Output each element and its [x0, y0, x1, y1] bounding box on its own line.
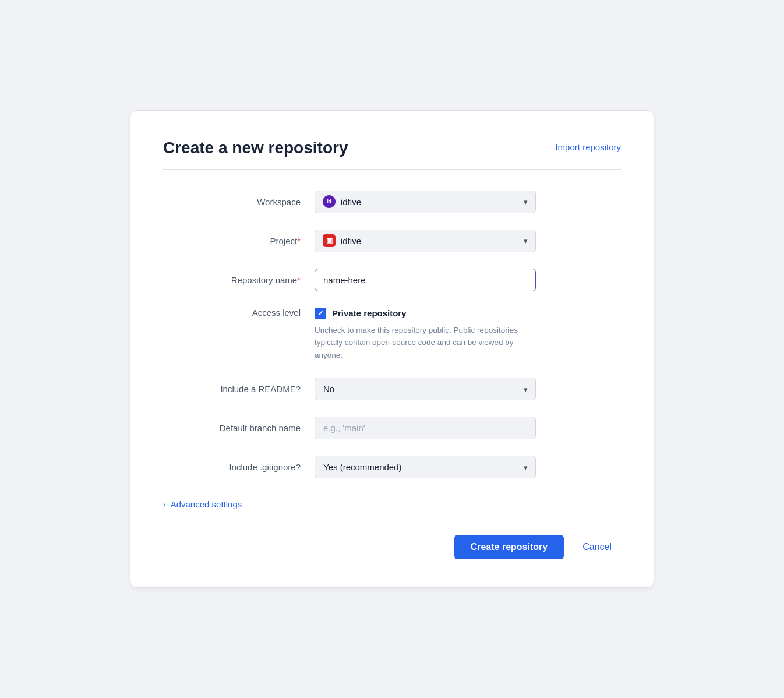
workspace-select-wrapper: id idfive ▾	[315, 191, 536, 213]
default-branch-row: Default branch name	[163, 417, 621, 439]
advanced-settings-link[interactable]: Advanced settings	[171, 499, 242, 509]
default-branch-label: Default branch name	[163, 423, 315, 433]
repo-name-row: Repository name*	[163, 269, 621, 291]
workspace-select[interactable]: idfive	[315, 191, 536, 213]
advanced-settings-chevron-icon: ›	[163, 500, 166, 509]
checkmark-icon: ✓	[317, 309, 324, 318]
include-gitignore-select[interactable]: Yes (recommended) No	[315, 456, 536, 478]
default-branch-control	[315, 417, 621, 439]
project-required-star: *	[297, 236, 301, 246]
include-gitignore-row: Include .gitignore? Yes (recommended) No…	[163, 456, 621, 478]
repo-name-label: Repository name*	[163, 275, 315, 285]
include-readme-select-wrapper: No Yes ▾	[315, 378, 536, 400]
private-repo-checkbox[interactable]: ✓	[315, 308, 326, 319]
workspace-label: Workspace	[163, 197, 315, 207]
cancel-button[interactable]: Cancel	[573, 535, 621, 559]
project-select-wrapper: ▣ idfive ▾	[315, 230, 536, 252]
import-repository-link[interactable]: Import repository	[555, 139, 621, 152]
workspace-control: id idfive ▾	[315, 191, 621, 213]
include-gitignore-select-wrapper: Yes (recommended) No ▾	[315, 456, 536, 478]
page-title: Create a new repository	[163, 139, 348, 157]
access-level-help-text: Uncheck to make this repository public. …	[315, 324, 536, 362]
repo-name-input[interactable]	[315, 269, 536, 291]
create-repository-button[interactable]: Create repository	[454, 535, 564, 559]
include-readme-select[interactable]: No Yes	[315, 378, 536, 400]
repo-name-control	[315, 269, 621, 291]
repo-name-required-star: *	[297, 275, 301, 285]
include-readme-control: No Yes ▾	[315, 378, 621, 400]
project-select[interactable]: idfive	[315, 230, 536, 252]
private-repo-checkbox-row: ✓ Private repository	[315, 308, 621, 319]
footer-row: Create repository Cancel	[163, 535, 621, 559]
create-repo-dialog: Create a new repository Import repositor…	[130, 110, 654, 588]
header-divider	[163, 169, 621, 170]
include-gitignore-label: Include .gitignore?	[163, 462, 315, 472]
private-repo-label: Private repository	[332, 308, 407, 318]
project-label: Project*	[163, 236, 315, 246]
advanced-settings-row: › Advanced settings	[163, 499, 621, 509]
access-level-control: ✓ Private repository Uncheck to make thi…	[315, 308, 621, 362]
access-level-label: Access level	[163, 308, 315, 318]
project-row: Project* ▣ idfive ▾	[163, 230, 621, 252]
include-gitignore-control: Yes (recommended) No ▾	[315, 456, 621, 478]
default-branch-input[interactable]	[315, 417, 536, 439]
project-control: ▣ idfive ▾	[315, 230, 621, 252]
dialog-header: Create a new repository Import repositor…	[163, 139, 621, 157]
include-readme-label: Include a README?	[163, 384, 315, 394]
workspace-row: Workspace id idfive ▾	[163, 191, 621, 213]
include-readme-row: Include a README? No Yes ▾	[163, 378, 621, 400]
access-level-row: Access level ✓ Private repository Unchec…	[163, 308, 621, 362]
form-body: Workspace id idfive ▾ Project*	[163, 191, 621, 560]
